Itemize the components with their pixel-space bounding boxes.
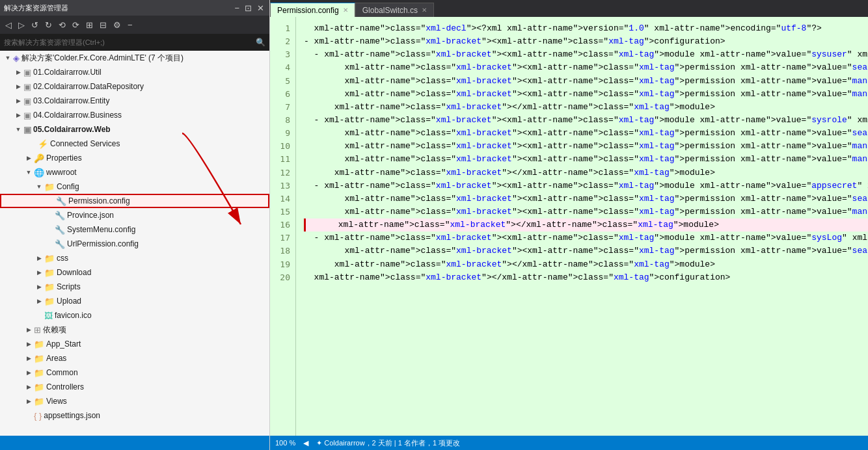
tree-item-proj2[interactable]: ▶ ▣ 02.Coldairarrow.DataRepository	[0, 79, 269, 94]
tree-item-province[interactable]: ▶ 🔧 Province.json	[0, 208, 269, 222]
expand-appstart[interactable]: ▶	[23, 341, 34, 347]
tree-item-urlpermission[interactable]: ▶ 🔧 UrlPermission.config	[0, 237, 269, 251]
code-line[interactable]: xml-attr-name">class="xml-decl"><?xml xm…	[304, 22, 868, 35]
code-line[interactable]: - xml-attr-name">class="xml-bracket"><xm…	[304, 114, 868, 127]
collapse-button[interactable]: ⊟	[97, 20, 109, 31]
code-editor[interactable]: 1234567891011121314151617181920 xml-attr…	[270, 17, 868, 436]
code-line[interactable]: xml-attr-name">class="xml-bracket"></xml…	[304, 218, 868, 232]
undo-button[interactable]: ⟲	[56, 20, 68, 31]
code-line[interactable]: xml-attr-name">class="xml-bracket"><xml-…	[304, 153, 868, 166]
tree-item-common[interactable]: ▶ 📁 Common	[0, 365, 269, 380]
tree-item-proj4[interactable]: ▶ ▣ 04.Coldairarrow.Business	[0, 108, 269, 122]
controllers-label: Controllers	[46, 382, 84, 391]
tree-item-connected[interactable]: ▶ ⚡ Connected Services	[0, 137, 269, 151]
code-line[interactable]: xml-attr-name">class="xml-bracket"></xml…	[304, 271, 868, 284]
back-button[interactable]: ◁	[3, 20, 14, 31]
line-number: 13	[278, 179, 290, 192]
tab-globalswitch[interactable]: GlobalSwitch.cs ✕	[355, 3, 434, 17]
code-line[interactable]: - xml-attr-name">class="xml-bracket"><xm…	[304, 232, 868, 245]
search-bar: 🔍	[0, 34, 269, 51]
code-line[interactable]: xml-attr-name">class="xml-bracket"><xml-…	[304, 75, 868, 88]
code-line[interactable]: - xml-attr-name">class="xml-bracket"><xm…	[304, 48, 868, 61]
code-line[interactable]: xml-attr-name">class="xml-bracket"></xml…	[304, 258, 868, 271]
tab-permission-config[interactable]: Permission.config ✕	[270, 3, 355, 17]
tree-item-download[interactable]: ▶ 📁 Download	[0, 265, 269, 280]
tree-item-properties[interactable]: ▶ 🔑 Properties	[0, 151, 269, 165]
tab-permission-label: Permission.config	[277, 6, 339, 15]
tree-item-appstart[interactable]: ▶ 📁 App_Start	[0, 337, 269, 351]
tree-item-wwwroot[interactable]: ▼ 🌐 wwwroot	[0, 165, 269, 179]
tree-item-permission-config[interactable]: ▶ 🔧 Permission.config	[0, 194, 269, 208]
expand-download[interactable]: ▶	[34, 269, 44, 276]
expand-proj2[interactable]: ▶	[13, 83, 23, 90]
tree-item-css[interactable]: ▶ 📁 css	[0, 251, 269, 265]
expand-css[interactable]: ▶	[34, 255, 44, 261]
expand-properties[interactable]: ▶	[23, 155, 34, 161]
common-label: Common	[46, 368, 78, 377]
sync-button[interactable]: ↺	[29, 20, 41, 31]
project2-icon: ▣	[23, 82, 31, 92]
tree-item-proj3[interactable]: ▶ ▣ 03.Coldairarrow.Entity	[0, 94, 269, 108]
tree-item-scripts[interactable]: ▶ 📁 Scripts	[0, 280, 269, 294]
code-line[interactable]: xml-attr-name">class="xml-bracket"><xml-…	[304, 245, 868, 258]
properties-button[interactable]: ⚙	[111, 20, 124, 31]
code-line[interactable]: xml-attr-name">class="xml-bracket"></xml…	[304, 101, 868, 114]
line-numbers: 1234567891011121314151617181920	[270, 17, 296, 436]
expand-common[interactable]: ▶	[23, 369, 34, 376]
expand-scripts[interactable]: ▶	[34, 284, 44, 290]
expand-views[interactable]: ▶	[23, 398, 34, 404]
code-line[interactable]: xml-attr-name">class="xml-bracket"><xml-…	[304, 192, 868, 205]
expand-dep[interactable]: ▶	[23, 326, 34, 333]
redo-button[interactable]: ⟳	[70, 20, 82, 31]
refresh-button[interactable]: ↻	[42, 20, 55, 31]
expand-controllers[interactable]: ▶	[23, 384, 34, 390]
expand-proj5[interactable]: ▼	[13, 126, 23, 133]
pin-button[interactable]: −	[233, 3, 241, 13]
tree-item-solution[interactable]: ▼ ◈ 解决方案'Colder.Fx.Core.AdminLTE' (7 个项目…	[0, 51, 269, 65]
expand-solution[interactable]: ▼	[3, 55, 13, 61]
line-number: 19	[278, 258, 290, 271]
tree-item-areas[interactable]: ▶ 📁 Areas	[0, 351, 269, 365]
tab-globalswitch-close[interactable]: ✕	[422, 7, 427, 14]
urlpermission-icon: 🔧	[55, 239, 65, 249]
tree-item-controllers[interactable]: ▶ 📁 Controllers	[0, 380, 269, 394]
tree-item-config-folder[interactable]: ▼ 📁 Config	[0, 179, 269, 194]
tree-item-proj1[interactable]: ▶ ▣ 01.Coldairarrow.Util	[0, 65, 269, 79]
download-folder-icon: 📁	[44, 268, 55, 278]
expand-upload[interactable]: ▶	[34, 298, 44, 304]
expand-proj4[interactable]: ▶	[13, 112, 23, 118]
line-number: 14	[278, 192, 290, 205]
tree-item-favicon[interactable]: ▶ 🖼 favicon.ico	[0, 308, 269, 323]
code-line[interactable]: xml-attr-name">class="xml-bracket"><xml-…	[304, 205, 868, 218]
tree-item-views[interactable]: ▶ 📁 Views	[0, 394, 269, 408]
expand-config-folder[interactable]: ▼	[34, 183, 44, 190]
expand-proj1[interactable]: ▶	[13, 69, 23, 75]
tree-item-upload[interactable]: ▶ 📁 Upload	[0, 294, 269, 308]
tree-item-dep[interactable]: ▶ ⊞ 依赖项	[0, 323, 269, 337]
forward-button[interactable]: ▷	[16, 20, 27, 31]
code-line[interactable]: xml-attr-name">class="xml-bracket"><xml-…	[304, 88, 868, 101]
close-button[interactable]: ✕	[256, 3, 265, 13]
filter-button[interactable]: ⊞	[83, 20, 96, 31]
code-line[interactable]: xml-attr-name">class="xml-bracket"><xml-…	[304, 127, 868, 140]
code-content[interactable]: xml-attr-name">class="xml-decl"><?xml xm…	[296, 17, 868, 436]
code-line[interactable]: xml-attr-name">class="xml-bracket"><xml-…	[304, 61, 868, 74]
areas-label: Areas	[46, 354, 66, 363]
settings-button[interactable]: −	[125, 20, 135, 31]
code-line[interactable]: xml-attr-name">class="xml-bracket"></xml…	[304, 166, 868, 179]
search-input[interactable]	[4, 38, 256, 46]
code-line[interactable]: - xml-attr-name">class="xml-bracket"><xm…	[304, 35, 868, 48]
expand-areas[interactable]: ▶	[23, 355, 34, 362]
nav-prev[interactable]: ◀	[303, 439, 308, 447]
permission-config-label: Permission.config	[68, 196, 130, 205]
tree-item-systemmenu[interactable]: ▶ 🔧 SystemMenu.config	[0, 222, 269, 237]
expand-proj3[interactable]: ▶	[13, 98, 23, 104]
tree-item-appsettings[interactable]: ▶ { } appsettings.json	[0, 408, 269, 423]
minimize-button[interactable]: ⊡	[243, 3, 253, 13]
expand-wwwroot[interactable]: ▼	[23, 169, 34, 176]
tab-permission-close[interactable]: ✕	[343, 7, 348, 14]
proj1-label: 01.Coldairarrow.Util	[33, 68, 102, 77]
code-line[interactable]: xml-attr-name">class="xml-bracket"><xml-…	[304, 140, 868, 153]
tree-item-proj5[interactable]: ▼ ▣ 05.Coldairarrow.Web	[0, 122, 269, 137]
code-line[interactable]: - xml-attr-name">class="xml-bracket"><xm…	[304, 179, 868, 192]
